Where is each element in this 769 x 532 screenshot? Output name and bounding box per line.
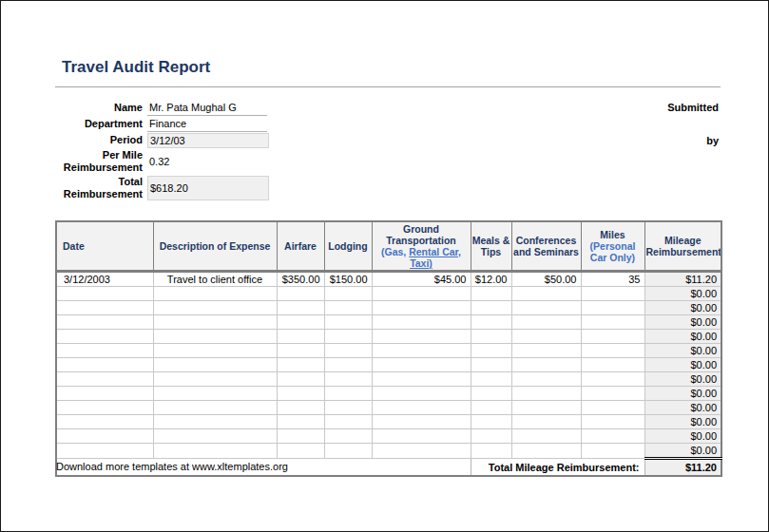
cell[interactable] — [581, 287, 644, 301]
cell-ground-transportation[interactable]: $45.00 — [372, 272, 471, 287]
department-field[interactable]: Finance — [147, 117, 267, 132]
cell[interactable]: $0.00 — [644, 301, 721, 315]
cell[interactable] — [471, 429, 511, 444]
cell[interactable]: $0.00 — [644, 315, 721, 330]
cell[interactable] — [56, 344, 153, 358]
cell[interactable] — [56, 401, 153, 415]
cell[interactable] — [471, 301, 511, 315]
cell[interactable] — [277, 444, 324, 459]
cell[interactable] — [324, 358, 372, 372]
cell[interactable] — [372, 358, 471, 372]
cell[interactable] — [372, 372, 471, 387]
cell[interactable] — [511, 415, 581, 429]
cell[interactable]: $0.00 — [644, 330, 721, 344]
cell[interactable] — [277, 429, 324, 444]
cell[interactable]: $0.00 — [644, 444, 721, 459]
total-reimbursement-field[interactable]: $618.20 — [147, 176, 269, 200]
cell[interactable] — [511, 429, 581, 444]
cell[interactable] — [56, 358, 153, 372]
cell[interactable] — [277, 358, 324, 372]
cell[interactable]: $0.00 — [644, 429, 721, 444]
cell[interactable] — [471, 330, 511, 344]
cell[interactable] — [511, 358, 581, 372]
cell[interactable] — [56, 415, 153, 429]
cell[interactable] — [324, 415, 372, 429]
per-mile-field[interactable]: 0.32 — [147, 155, 267, 169]
cell[interactable] — [277, 415, 324, 429]
cell[interactable] — [511, 301, 581, 315]
cell-conferences[interactable]: $50.00 — [511, 272, 581, 287]
cell[interactable] — [324, 344, 372, 358]
cell-description[interactable]: Travel to client office — [153, 272, 277, 287]
cell[interactable] — [581, 415, 644, 429]
cell[interactable] — [581, 429, 644, 444]
cell[interactable] — [581, 387, 644, 401]
cell[interactable] — [372, 315, 471, 330]
cell[interactable] — [372, 287, 471, 301]
cell[interactable] — [153, 358, 277, 372]
cell[interactable] — [56, 287, 153, 301]
cell[interactable] — [153, 301, 277, 315]
cell[interactable] — [372, 429, 471, 444]
cell[interactable] — [153, 444, 277, 459]
cell[interactable] — [372, 387, 471, 401]
cell[interactable] — [324, 287, 372, 301]
cell[interactable] — [324, 301, 372, 315]
cell[interactable] — [153, 387, 277, 401]
cell[interactable]: $0.00 — [644, 344, 721, 358]
cell[interactable]: $0.00 — [644, 415, 721, 429]
cell[interactable] — [277, 287, 324, 301]
cell-lodging[interactable]: $150.00 — [324, 272, 372, 287]
cell[interactable] — [471, 315, 511, 330]
cell[interactable] — [277, 344, 324, 358]
cell-mileage-reimbursement[interactable]: $11.20 — [644, 272, 721, 287]
cell[interactable] — [372, 401, 471, 415]
cell[interactable] — [511, 401, 581, 415]
cell[interactable] — [153, 330, 277, 344]
cell[interactable] — [511, 387, 581, 401]
cell[interactable] — [153, 315, 277, 330]
cell[interactable] — [153, 415, 277, 429]
cell[interactable] — [581, 301, 644, 315]
cell[interactable] — [277, 330, 324, 344]
cell[interactable] — [581, 401, 644, 415]
cell[interactable] — [471, 444, 511, 459]
name-field[interactable]: Mr. Pata Mughal G — [147, 101, 267, 116]
cell[interactable] — [153, 372, 277, 387]
cell[interactable] — [511, 344, 581, 358]
cell[interactable] — [471, 401, 511, 415]
cell[interactable] — [471, 344, 511, 358]
cell[interactable] — [511, 287, 581, 301]
cell[interactable] — [471, 287, 511, 301]
cell[interactable]: $0.00 — [644, 387, 721, 401]
cell[interactable] — [56, 429, 153, 444]
cell[interactable]: $0.00 — [644, 358, 721, 372]
cell[interactable] — [581, 444, 644, 459]
cell[interactable] — [372, 415, 471, 429]
cell[interactable] — [471, 372, 511, 387]
cell[interactable] — [372, 344, 471, 358]
cell[interactable] — [277, 301, 324, 315]
cell[interactable] — [324, 444, 372, 459]
cell[interactable] — [277, 387, 324, 401]
cell[interactable] — [372, 444, 471, 459]
cell[interactable] — [324, 315, 372, 330]
cell-meals-tips[interactable]: $12.00 — [471, 272, 511, 287]
total-mileage-value[interactable]: $11.20 — [644, 459, 721, 477]
cell[interactable] — [471, 387, 511, 401]
cell-miles[interactable]: 35 — [581, 272, 644, 287]
cell[interactable] — [581, 372, 644, 387]
cell[interactable] — [324, 387, 372, 401]
cell[interactable] — [56, 372, 153, 387]
cell[interactable] — [581, 344, 644, 358]
cell[interactable] — [324, 401, 372, 415]
cell[interactable] — [56, 387, 153, 401]
cell[interactable] — [511, 315, 581, 330]
cell[interactable] — [372, 330, 471, 344]
cell[interactable] — [153, 344, 277, 358]
cell[interactable] — [372, 301, 471, 315]
cell[interactable] — [153, 429, 277, 444]
cell[interactable]: $0.00 — [644, 287, 721, 301]
cell[interactable] — [581, 315, 644, 330]
cell[interactable] — [277, 315, 324, 330]
